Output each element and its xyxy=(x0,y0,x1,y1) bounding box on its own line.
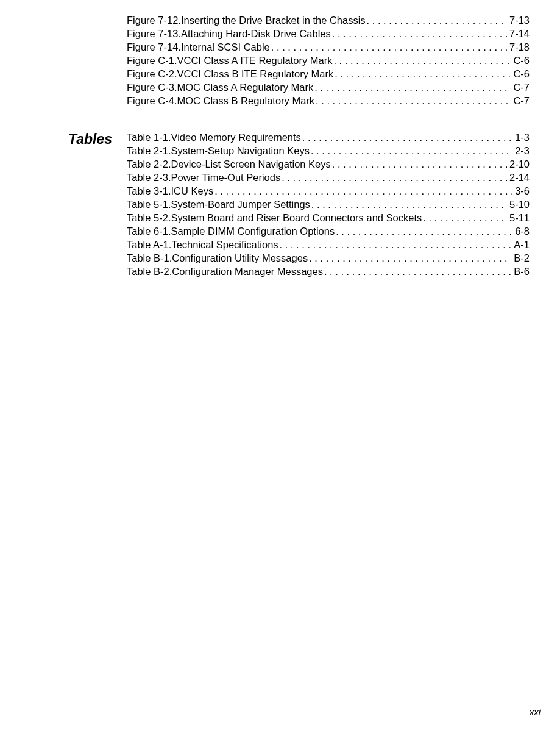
toc-row: Figure C-3. MOC Class A Regulatory Mark … xyxy=(127,80,530,94)
figure-label: Figure 7-12. xyxy=(127,13,181,27)
table-label: Table B-2. xyxy=(127,265,172,278)
leader-dots xyxy=(316,94,511,107)
table-page: 3-6 xyxy=(514,184,530,198)
toc-row: Figure C-2. VCCI Class B ITE Regulatory … xyxy=(127,67,530,80)
figure-label: Figure C-1. xyxy=(127,54,177,67)
figure-title: Internal SCSI Cable xyxy=(181,40,270,54)
figure-title: MOC Class B Regulatory Mark xyxy=(177,94,315,107)
figure-page: 7-18 xyxy=(508,40,530,54)
leader-dots xyxy=(333,54,511,67)
toc-row: Table A-1. Technical Specifications A-1 xyxy=(127,238,530,251)
table-title: ICU Keys xyxy=(171,184,213,198)
leader-dots xyxy=(311,198,507,211)
table-title: Configuration Utility Messages xyxy=(172,251,308,265)
table-title: Configuration Manager Messages xyxy=(172,265,323,278)
table-page: 6-8 xyxy=(514,224,530,238)
figure-page: C-6 xyxy=(512,67,530,80)
figure-page: C-7 xyxy=(512,80,530,94)
table-title: Power Time-Out Periods xyxy=(171,171,280,184)
figure-title: Attaching Hard-Disk Drive Cables xyxy=(181,27,331,40)
leader-dots xyxy=(423,211,507,224)
table-page: 2-3 xyxy=(514,144,530,157)
table-title: Video Memory Requirements xyxy=(171,130,300,144)
table-title: Device-List Screen Navigation Keys xyxy=(171,157,330,171)
figure-title: VCCI Class A ITE Regulatory Mark xyxy=(177,54,333,67)
toc-row: Table 2-1. System-Setup Navigation Keys … xyxy=(127,144,530,157)
toc-row: Figure 7-12. Inserting the Drive Bracket… xyxy=(127,13,530,27)
table-title: System Board and Riser Board Connectors … xyxy=(171,211,422,224)
toc-row: Table 2-3. Power Time-Out Periods 2-14 xyxy=(127,171,530,184)
leader-dots xyxy=(311,144,512,157)
table-title: Sample DIMM Configuration Options xyxy=(171,224,335,238)
leader-dots xyxy=(332,157,507,171)
leader-dots xyxy=(336,224,512,238)
figure-label: Figure 7-13. xyxy=(127,27,181,40)
leader-dots xyxy=(302,130,512,144)
toc-row: Table 1-1. Video Memory Requirements 1-3 xyxy=(127,130,530,144)
table-label: Table 6-1. xyxy=(127,224,171,238)
table-label: Table 2-1. xyxy=(127,144,171,157)
table-label: Table 2-2. xyxy=(127,157,171,171)
figure-title: Inserting the Drive Bracket in the Chass… xyxy=(181,13,366,27)
table-page: 2-14 xyxy=(508,171,530,184)
table-label: Table 2-3. xyxy=(127,171,171,184)
table-page: 1-3 xyxy=(514,130,530,144)
leader-dots xyxy=(271,40,507,54)
figure-label: Figure C-3. xyxy=(127,80,177,94)
figure-label: Figure 7-14. xyxy=(127,40,181,54)
leader-dots xyxy=(282,171,507,184)
table-page: B-2 xyxy=(512,251,530,265)
toc-row: Table B-1. Configuration Utility Message… xyxy=(127,251,530,265)
toc-row: Table 3-1. ICU Keys 3-6 xyxy=(127,184,530,198)
leader-dots xyxy=(309,251,511,265)
toc-row: Figure C-4. MOC Class B Regulatory Mark … xyxy=(127,94,530,107)
table-title: System-Setup Navigation Keys xyxy=(171,144,309,157)
tables-section-heading: Tables xyxy=(68,131,112,148)
table-page: 5-11 xyxy=(508,211,530,224)
leader-dots xyxy=(367,13,507,27)
toc-row: Table B-2. Configuration Manager Message… xyxy=(127,265,530,278)
toc-row: Figure C-1. VCCI Class A ITE Regulatory … xyxy=(127,54,530,67)
table-page: 2-10 xyxy=(508,157,530,171)
figure-label: Figure C-4. xyxy=(127,94,177,107)
toc-row: Table 5-2. System Board and Riser Board … xyxy=(127,211,530,224)
table-page: A-1 xyxy=(512,238,530,251)
table-page: B-6 xyxy=(512,265,530,278)
table-page: 5-10 xyxy=(508,198,530,211)
table-title: Technical Specifications xyxy=(171,238,278,251)
table-label: Table A-1. xyxy=(127,238,171,251)
figures-list: Figure 7-12. Inserting the Drive Bracket… xyxy=(127,13,530,107)
toc-row: Table 5-1. System-Board Jumper Settings … xyxy=(127,198,530,211)
tables-list: Table 1-1. Video Memory Requirements 1-3… xyxy=(127,130,530,278)
leader-dots xyxy=(332,27,507,40)
leader-dots xyxy=(335,67,511,80)
page-container: Figure 7-12. Inserting the Drive Bracket… xyxy=(0,0,560,737)
figure-page: 7-13 xyxy=(508,13,530,27)
leader-dots xyxy=(324,265,511,278)
table-label: Table 5-1. xyxy=(127,198,171,211)
figure-page: C-7 xyxy=(512,94,530,107)
table-title: System-Board Jumper Settings xyxy=(171,198,310,211)
figure-page: 7-14 xyxy=(508,27,530,40)
table-label: Table B-1. xyxy=(127,251,172,265)
toc-row: Table 6-1. Sample DIMM Configuration Opt… xyxy=(127,224,530,238)
leader-dots xyxy=(280,238,512,251)
leader-dots xyxy=(314,80,511,94)
figure-title: VCCI Class B ITE Regulatory Mark xyxy=(177,67,334,80)
figure-page: C-6 xyxy=(512,54,530,67)
leader-dots xyxy=(214,184,512,198)
figure-title: MOC Class A Regulatory Mark xyxy=(177,80,314,94)
toc-row: Table 2-2. Device-List Screen Navigation… xyxy=(127,157,530,171)
toc-row: Figure 7-14. Internal SCSI Cable 7-18 xyxy=(127,40,530,54)
figure-label: Figure C-2. xyxy=(127,67,177,80)
toc-row: Figure 7-13. Attaching Hard-Disk Drive C… xyxy=(127,27,530,40)
page-number: xxi xyxy=(530,707,541,717)
table-label: Table 5-2. xyxy=(127,211,171,224)
table-label: Table 3-1. xyxy=(127,184,171,198)
table-label: Table 1-1. xyxy=(127,130,171,144)
